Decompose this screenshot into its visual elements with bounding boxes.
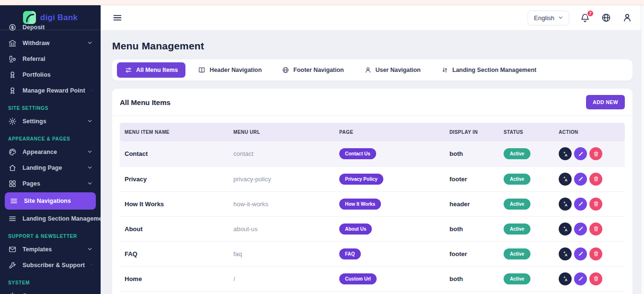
edit-button[interactable] — [574, 173, 587, 186]
sidebar-item-system[interactable]: System — [0, 288, 101, 294]
edit-button[interactable] — [574, 198, 587, 211]
status-badge: Active — [504, 248, 530, 259]
sidebar-section-support-newsletter: SUPPORT & NEWSLETTER — [0, 226, 101, 241]
tab-user-navigation[interactable]: User Navigation — [356, 62, 428, 78]
delete-button[interactable] — [589, 198, 602, 211]
translate-button[interactable] — [559, 272, 572, 285]
edit-button[interactable] — [574, 247, 587, 260]
edit-button[interactable] — [574, 223, 587, 235]
sidebar-item-templates[interactable]: Templates — [0, 241, 101, 257]
display-in-cell: both — [445, 266, 499, 291]
add-new-button[interactable]: ADD NEW — [586, 95, 625, 109]
menu-item-name-cell: FAQ — [120, 241, 229, 266]
delete-button[interactable] — [589, 247, 602, 260]
table-row: FAQ faq FAQ footer Active — [120, 241, 625, 266]
chevron-down-icon — [87, 40, 92, 46]
sidebar-nav: Deposit Withdraw Referral Portfolios Man… — [0, 19, 101, 294]
sidebar-item-subscriber-support[interactable]: Subscriber & Support — [0, 257, 101, 273]
display-in-cell: header — [445, 191, 499, 216]
translate-button[interactable] — [559, 198, 572, 211]
notifications-button[interactable]: 7 — [580, 12, 590, 23]
chevron-down-icon — [87, 181, 92, 186]
edit-button[interactable] — [574, 147, 587, 160]
menu-item-name-cell: How It Works — [120, 191, 229, 216]
display-in-cell: footer — [445, 241, 499, 266]
status-cell: Active — [499, 241, 554, 266]
sidebar-item-portfolios[interactable]: Portfolios — [0, 67, 101, 82]
top-banner-strip — [0, 0, 644, 5]
menu-url-cell: privacy-policy — [229, 166, 334, 191]
translate-button[interactable] — [559, 173, 572, 186]
sidebar-item-appearance[interactable]: Appearance — [0, 144, 101, 160]
table-row: Blog blog Blog both Active — [120, 291, 625, 294]
status-badge: Active — [504, 148, 530, 159]
translate-button[interactable] — [559, 247, 572, 260]
pencil-icon — [577, 151, 584, 157]
edit-button[interactable] — [574, 272, 587, 285]
tab-label: All Menu Items — [136, 67, 178, 73]
sidebar-item-pages[interactable]: Pages — [0, 176, 101, 191]
tab-landing-section-management[interactable]: Landing Section Management — [433, 62, 544, 78]
status-badge: Active — [504, 273, 530, 284]
page-cell: Blog — [334, 291, 445, 294]
table-row: How It Works how-it-works How It Works h… — [120, 191, 625, 216]
status-cell: Active — [499, 291, 554, 294]
hamburger-menu-icon[interactable] — [112, 12, 123, 23]
sliders-icon — [125, 66, 132, 74]
column-page: PAGE — [334, 123, 445, 141]
site-link-button[interactable] — [601, 12, 611, 23]
tab-label: User Navigation — [376, 67, 421, 73]
status-cell: Active — [499, 141, 554, 166]
sidebar-item-label: Withdraw — [23, 40, 49, 47]
translate-icon — [562, 200, 569, 207]
chevron-down-icon — [91, 88, 92, 93]
sidebar-item-label: System — [23, 293, 44, 294]
page-scrollbar[interactable] — [641, 5, 644, 294]
tab-header-navigation[interactable]: Header Navigation — [190, 62, 269, 78]
menu-url-cell: faq — [229, 241, 334, 266]
delete-button[interactable] — [589, 147, 602, 160]
page-badge: How It Works — [339, 199, 381, 210]
chevron-down-icon — [87, 118, 92, 124]
translate-icon — [562, 151, 569, 157]
translate-button[interactable] — [559, 147, 572, 160]
row-actions — [559, 272, 620, 285]
menu-items-table: MENU ITEM NAME MENU URL PAGE DISPLAY IN … — [120, 123, 625, 294]
language-selector[interactable]: English — [528, 11, 569, 25]
menu-tabs: All Menu Items Header Navigation Footer … — [112, 59, 632, 81]
row-actions — [559, 173, 620, 186]
sidebar-item-landing-section-management[interactable]: Landing Section Management — [0, 211, 101, 226]
table-header-row: MENU ITEM NAME MENU URL PAGE DISPLAY IN … — [120, 123, 625, 141]
menu-lines-icon — [10, 197, 18, 205]
chevron-down-icon — [87, 165, 92, 170]
sidebar-section-system: SYSTEM — [0, 273, 101, 288]
delete-button[interactable] — [589, 223, 602, 235]
sidebar-item-label: Landing Page — [23, 165, 62, 171]
column-display-in: DISPLAY IN — [445, 123, 499, 141]
sidebar-item-referral[interactable]: Referral — [0, 51, 101, 67]
tab-footer-navigation[interactable]: Footer Navigation — [274, 62, 351, 78]
status-cell: Active — [499, 216, 554, 241]
pencil-icon — [577, 225, 584, 232]
chevron-down-icon — [558, 15, 563, 20]
status-badge: Active — [504, 174, 530, 185]
tab-all-menu-items[interactable]: All Menu Items — [117, 62, 185, 78]
sidebar-item-landing-page[interactable]: Landing Page — [0, 160, 101, 176]
sidebar-item-manage-reward-point[interactable]: Manage Reward Point — [0, 82, 101, 98]
translate-button[interactable] — [559, 223, 572, 235]
chevron-down-icon — [87, 149, 92, 154]
table-row: Privacy privacy-policy Privacy Policy fo… — [120, 166, 625, 191]
table-row: Home / Custom Url both Active — [120, 266, 625, 291]
status-badge: Active — [504, 199, 530, 210]
column-menu-url: MENU URL — [229, 123, 334, 141]
delete-button[interactable] — [589, 173, 602, 186]
profile-button[interactable] — [622, 12, 632, 23]
sidebar-item-withdraw[interactable]: Withdraw — [0, 35, 101, 51]
sidebar-item-site-navigations[interactable]: Site Navigations — [5, 192, 96, 210]
translate-icon — [562, 275, 569, 282]
display-in-cell: footer — [445, 166, 499, 191]
sidebar-item-label: Settings — [23, 118, 46, 125]
sidebar-item-settings[interactable]: Settings — [0, 113, 101, 129]
delete-button[interactable] — [589, 272, 602, 285]
action-cell — [554, 141, 625, 166]
